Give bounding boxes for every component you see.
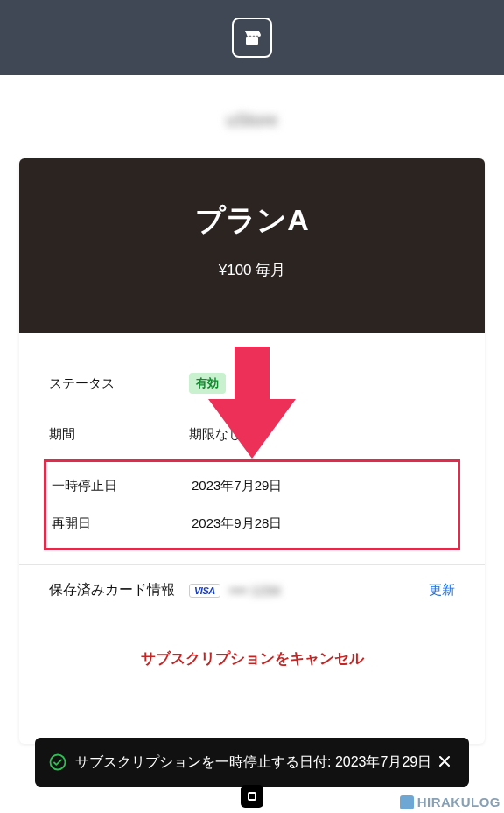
saved-card-row: 保存済みカード情報 VISA •••• 1234 更新: [19, 564, 485, 615]
subscription-card: プランA ¥100 毎月 ステータス 有効 期間 期限なし 一時停止日 2023…: [19, 158, 485, 744]
saved-card-label: 保存済みカード情報: [49, 581, 189, 599]
card-number-blurred: •••• 1234: [229, 583, 281, 598]
footer-square-logo[interactable]: [241, 785, 263, 808]
svg-rect-0: [246, 37, 258, 45]
close-toast-button[interactable]: [434, 750, 455, 774]
brand-name-blurred: uStore: [0, 110, 504, 130]
plan-title: プランA: [37, 200, 467, 241]
resume-date-row: 再開日 2023年9月28日: [52, 505, 452, 548]
app-header: [0, 0, 504, 75]
pause-date-value: 2023年7月29日: [192, 478, 452, 494]
update-card-link[interactable]: 更新: [429, 582, 455, 599]
watermark-text: HIRAKULOG: [417, 795, 500, 809]
square-icon: [248, 792, 256, 801]
pause-date-row: 一時停止日 2023年7月29日: [52, 462, 452, 505]
plan-header: プランA ¥100 毎月: [19, 158, 485, 333]
watermark-icon: [400, 795, 414, 809]
resume-date-value: 2023年9月28日: [192, 515, 452, 532]
watermark: HIRAKULOG: [400, 795, 500, 809]
annotation-arrow-icon: [204, 347, 300, 460]
toast-message: サブスクリプションを一時停止する日付: 2023年7月29日: [75, 753, 434, 772]
cancel-subscription-link[interactable]: サブスクリプションをキャンセル: [141, 650, 364, 667]
store-button[interactable]: [232, 18, 272, 58]
svg-point-1: [51, 755, 66, 770]
plan-price: ¥100 毎月: [37, 260, 467, 280]
close-icon: [438, 753, 452, 772]
card-brand-badge: VISA: [189, 584, 220, 598]
status-label: ステータス: [49, 375, 189, 392]
toast-notification: サブスクリプションを一時停止する日付: 2023年7月29日: [35, 738, 469, 787]
cancel-area: サブスクリプションをキャンセル: [19, 615, 485, 744]
resume-date-label: 再開日: [52, 515, 192, 532]
annotation-highlight-box: 一時停止日 2023年7月29日 再開日 2023年9月28日: [44, 459, 460, 550]
check-circle-icon: [49, 753, 66, 771]
period-label: 期間: [49, 426, 189, 443]
store-icon: [243, 30, 261, 46]
pause-date-label: 一時停止日: [52, 478, 192, 494]
